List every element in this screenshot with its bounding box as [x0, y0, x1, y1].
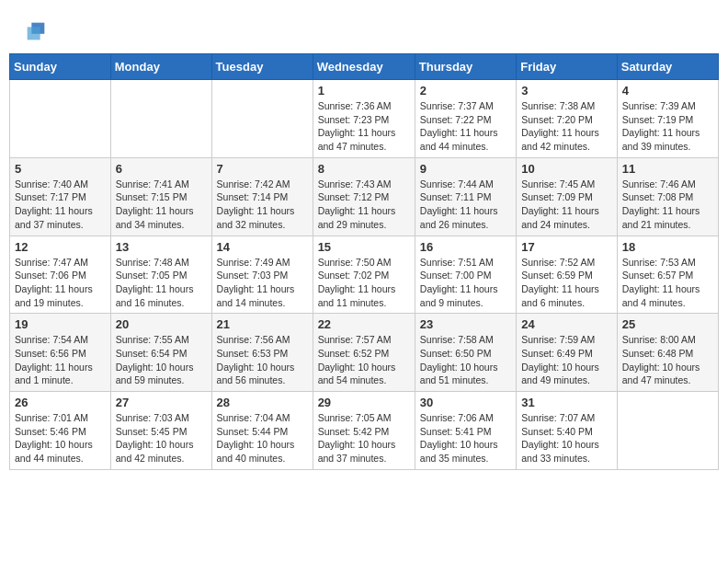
calendar-cell: 12Sunrise: 7:47 AMSunset: 7:06 PMDayligh…	[10, 236, 111, 314]
calendar-cell	[110, 80, 211, 158]
day-number: 4	[622, 84, 713, 98]
day-number: 23	[420, 317, 511, 331]
calendar-cell: 8Sunrise: 7:43 AMSunset: 7:12 PMDaylight…	[313, 157, 415, 236]
day-info: Sunrise: 7:59 AMSunset: 6:49 PMDaylight:…	[521, 333, 612, 387]
calendar-cell: 7Sunrise: 7:42 AMSunset: 7:14 PMDaylight…	[211, 157, 313, 236]
day-info: Sunrise: 7:49 AMSunset: 7:03 PMDaylight:…	[217, 256, 308, 310]
calendar-cell: 29Sunrise: 7:05 AMSunset: 5:42 PMDayligh…	[313, 392, 415, 470]
calendar-cell: 22Sunrise: 7:57 AMSunset: 6:52 PMDayligh…	[313, 314, 415, 392]
day-info: Sunrise: 7:36 AMSunset: 7:23 PMDaylight:…	[318, 99, 410, 154]
calendar-cell: 6Sunrise: 7:41 AMSunset: 7:15 PMDaylight…	[110, 157, 211, 236]
calendar-cell: 1Sunrise: 7:36 AMSunset: 7:23 PMDaylight…	[313, 80, 415, 158]
calendar-cell: 11Sunrise: 7:46 AMSunset: 7:08 PMDayligh…	[617, 157, 718, 236]
calendar-cell: 5Sunrise: 7:40 AMSunset: 7:17 PMDaylight…	[10, 157, 111, 236]
calendar-cell: 17Sunrise: 7:52 AMSunset: 6:59 PMDayligh…	[517, 236, 618, 314]
day-info: Sunrise: 7:39 AMSunset: 7:19 PMDaylight:…	[622, 99, 713, 154]
day-info: Sunrise: 7:45 AMSunset: 7:09 PMDaylight:…	[521, 178, 612, 232]
day-number: 7	[217, 162, 308, 176]
calendar-week-row: 26Sunrise: 7:01 AMSunset: 5:46 PMDayligh…	[10, 392, 719, 470]
weekday-header: Tuesday	[211, 54, 313, 80]
calendar-cell: 2Sunrise: 7:37 AMSunset: 7:22 PMDaylight…	[415, 80, 516, 158]
day-number: 6	[116, 162, 207, 176]
weekday-header: Friday	[517, 54, 618, 80]
calendar-cell: 16Sunrise: 7:51 AMSunset: 7:00 PMDayligh…	[415, 236, 516, 314]
calendar-cell	[617, 392, 718, 470]
logo-icon	[23, 18, 49, 44]
day-info: Sunrise: 7:44 AMSunset: 7:11 PMDaylight:…	[420, 178, 511, 232]
day-info: Sunrise: 7:57 AMSunset: 6:52 PMDaylight:…	[318, 333, 410, 387]
day-info: Sunrise: 7:03 AMSunset: 5:45 PMDaylight:…	[116, 411, 207, 465]
day-number: 16	[420, 240, 511, 254]
day-number: 1	[318, 84, 410, 98]
weekday-header: Saturday	[617, 54, 718, 80]
day-info: Sunrise: 7:58 AMSunset: 6:50 PMDaylight:…	[420, 333, 511, 387]
calendar-cell: 27Sunrise: 7:03 AMSunset: 5:45 PMDayligh…	[110, 392, 211, 470]
day-number: 24	[521, 317, 612, 331]
calendar-cell: 3Sunrise: 7:38 AMSunset: 7:20 PMDaylight…	[517, 80, 618, 158]
day-number: 11	[622, 162, 713, 176]
calendar-cell: 14Sunrise: 7:49 AMSunset: 7:03 PMDayligh…	[211, 236, 313, 314]
calendar-cell: 18Sunrise: 7:53 AMSunset: 6:57 PMDayligh…	[617, 236, 718, 314]
day-number: 30	[420, 396, 511, 409]
day-number: 17	[521, 240, 612, 254]
calendar-table: SundayMondayTuesdayWednesdayThursdayFrid…	[9, 53, 719, 470]
calendar-cell: 24Sunrise: 7:59 AMSunset: 6:49 PMDayligh…	[517, 314, 618, 392]
calendar-cell: 26Sunrise: 7:01 AMSunset: 5:46 PMDayligh…	[10, 392, 111, 470]
day-info: Sunrise: 7:50 AMSunset: 7:02 PMDaylight:…	[318, 256, 410, 310]
day-number: 8	[318, 162, 410, 176]
day-info: Sunrise: 7:48 AMSunset: 7:05 PMDaylight:…	[116, 256, 207, 310]
day-number: 21	[217, 317, 308, 331]
day-number: 14	[217, 240, 308, 254]
weekday-header-row: SundayMondayTuesdayWednesdayThursdayFrid…	[10, 54, 719, 80]
day-number: 26	[15, 396, 106, 409]
day-info: Sunrise: 7:38 AMSunset: 7:20 PMDaylight:…	[521, 99, 612, 154]
weekday-header: Wednesday	[313, 54, 415, 80]
day-info: Sunrise: 7:51 AMSunset: 7:00 PMDaylight:…	[420, 256, 511, 310]
day-info: Sunrise: 7:46 AMSunset: 7:08 PMDaylight:…	[622, 178, 713, 232]
calendar-cell: 23Sunrise: 7:58 AMSunset: 6:50 PMDayligh…	[415, 314, 516, 392]
calendar-cell: 10Sunrise: 7:45 AMSunset: 7:09 PMDayligh…	[517, 157, 618, 236]
day-info: Sunrise: 7:56 AMSunset: 6:53 PMDaylight:…	[217, 333, 308, 387]
calendar-week-row: 1Sunrise: 7:36 AMSunset: 7:23 PMDaylight…	[10, 80, 719, 158]
day-info: Sunrise: 7:43 AMSunset: 7:12 PMDaylight:…	[318, 178, 410, 232]
day-number: 13	[116, 240, 207, 254]
day-info: Sunrise: 7:05 AMSunset: 5:42 PMDaylight:…	[318, 411, 410, 465]
day-info: Sunrise: 7:47 AMSunset: 7:06 PMDaylight:…	[15, 256, 106, 310]
day-number: 20	[116, 317, 207, 331]
calendar-cell: 31Sunrise: 7:07 AMSunset: 5:40 PMDayligh…	[517, 392, 618, 470]
day-number: 28	[217, 396, 308, 409]
day-number: 19	[15, 317, 106, 331]
day-number: 29	[318, 396, 410, 409]
day-number: 27	[116, 396, 207, 409]
calendar-cell: 9Sunrise: 7:44 AMSunset: 7:11 PMDaylight…	[415, 157, 516, 236]
day-number: 5	[15, 162, 106, 176]
calendar-week-row: 5Sunrise: 7:40 AMSunset: 7:17 PMDaylight…	[10, 157, 719, 236]
svg-marker-1	[28, 27, 40, 40]
weekday-header: Thursday	[415, 54, 516, 80]
day-number: 3	[521, 84, 612, 98]
day-number: 22	[318, 317, 410, 331]
calendar-cell: 15Sunrise: 7:50 AMSunset: 7:02 PMDayligh…	[313, 236, 415, 314]
day-number: 18	[622, 240, 713, 254]
day-info: Sunrise: 7:42 AMSunset: 7:14 PMDaylight:…	[217, 178, 308, 232]
day-info: Sunrise: 7:04 AMSunset: 5:44 PMDaylight:…	[217, 411, 308, 465]
day-info: Sunrise: 7:55 AMSunset: 6:54 PMDaylight:…	[116, 333, 207, 387]
day-info: Sunrise: 7:40 AMSunset: 7:17 PMDaylight:…	[15, 178, 106, 232]
calendar-cell: 20Sunrise: 7:55 AMSunset: 6:54 PMDayligh…	[110, 314, 211, 392]
calendar-cell	[10, 80, 111, 158]
calendar-cell: 25Sunrise: 8:00 AMSunset: 6:48 PMDayligh…	[617, 314, 718, 392]
day-info: Sunrise: 7:37 AMSunset: 7:22 PMDaylight:…	[420, 99, 511, 154]
calendar-cell: 19Sunrise: 7:54 AMSunset: 6:56 PMDayligh…	[10, 314, 111, 392]
day-number: 15	[318, 240, 410, 254]
day-info: Sunrise: 7:06 AMSunset: 5:41 PMDaylight:…	[420, 411, 511, 465]
calendar-cell: 4Sunrise: 7:39 AMSunset: 7:19 PMDaylight…	[617, 80, 718, 158]
weekday-header: Sunday	[10, 54, 111, 80]
day-info: Sunrise: 8:00 AMSunset: 6:48 PMDaylight:…	[622, 333, 713, 387]
day-number: 9	[420, 162, 511, 176]
calendar-cell: 30Sunrise: 7:06 AMSunset: 5:41 PMDayligh…	[415, 392, 516, 470]
day-number: 12	[15, 240, 106, 254]
calendar-cell: 28Sunrise: 7:04 AMSunset: 5:44 PMDayligh…	[211, 392, 313, 470]
day-number: 25	[622, 317, 713, 331]
day-info: Sunrise: 7:54 AMSunset: 6:56 PMDaylight:…	[15, 333, 106, 387]
page-header	[9, 9, 719, 49]
